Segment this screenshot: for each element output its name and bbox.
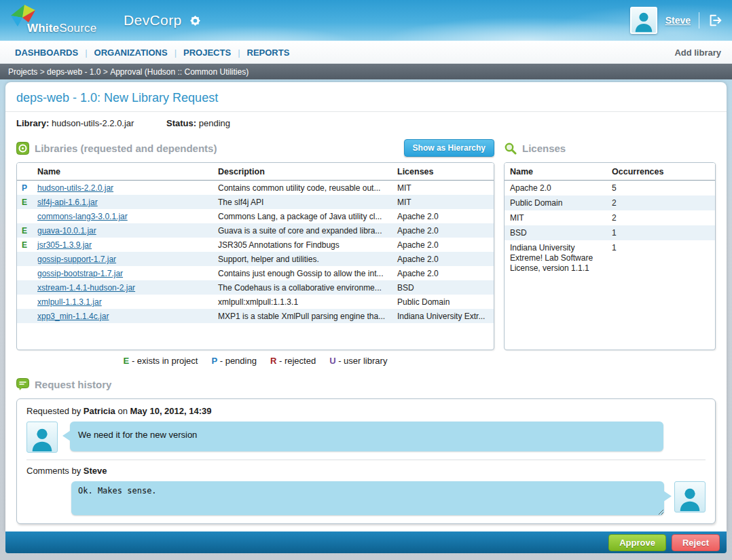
header: WhiteSource DevCorp Steve (0, 0, 732, 41)
legend-text: - rejected (276, 356, 316, 366)
request-message-bubble: We need it for the new version (70, 422, 663, 451)
library-license: MIT (392, 195, 494, 209)
library-description: MXP1 is a stable XmlPull parsing engine … (213, 309, 392, 323)
title-block: deps-web - 1.0: New Library Request (5, 82, 727, 112)
comments-prefix: Comments by (26, 466, 84, 476)
library-name-cell: gossip-bootstrap-1.7.jar (32, 266, 213, 280)
library-name-cell: xmlpull-1.1.3.1.jar (32, 295, 213, 309)
brand-source: Source (59, 22, 96, 35)
requested-prefix: Requested by (26, 406, 84, 416)
license-name: MIT (505, 210, 606, 225)
breadcrumb-part[interactable]: Projects (8, 67, 37, 77)
library-value: hudson-utils-2.2.0.jar (52, 118, 134, 128)
license-occurrences: 1 (606, 240, 715, 276)
licenses-panel: Licenses Name Occurrences Apache 2.05Pub… (504, 138, 716, 367)
library-link[interactable]: jsr305-1.3.9.jar (37, 240, 92, 250)
legend-letter: R (270, 356, 276, 366)
library-link[interactable]: slf4j-api-1.6.1.jar (37, 198, 98, 207)
libraries-table: Name Description Licenses Phudson-utils-… (17, 163, 494, 323)
library-status-flag: P (17, 181, 32, 195)
library-status-flag: E (17, 195, 32, 209)
history-section: Request history Requested by Patricia on… (5, 367, 727, 524)
user-name-link[interactable]: Steve (665, 15, 691, 26)
main-nav: DASHBOARDS|ORGANIZATIONS|PROJECTS|REPORT… (0, 41, 732, 64)
approve-button[interactable]: Approve (608, 534, 666, 551)
library-description: The slf4j API (213, 195, 392, 209)
add-library-button[interactable]: Add library (674, 48, 724, 58)
status-pair: Status: pending (166, 118, 230, 128)
history-icon (16, 378, 29, 391)
legend-text: - exists in project (129, 356, 198, 366)
library-license: Apache 2.0 (392, 223, 494, 238)
logout-icon[interactable] (708, 13, 722, 28)
on-text: on (115, 406, 130, 416)
library-link[interactable]: guava-10.0.1.jar (37, 226, 96, 236)
show-as-hierarchy-button[interactable]: Show as Hierarchy (404, 139, 494, 157)
library-link[interactable]: hudson-utils-2.2.0.jar (37, 183, 113, 193)
requested-by-line: Requested by Patricia on May 10, 2012, 1… (26, 406, 706, 416)
legend-item: R - rejected (270, 356, 316, 366)
footer-bar: Approve Reject (5, 531, 727, 553)
library-description: JSR305 Annotations for Findbugs (213, 238, 392, 252)
licenses-table-body: Apache 2.05Public Domain2MIT2BSD1Indiana… (505, 181, 715, 276)
library-link[interactable]: commons-lang3-3.0.1.jar (37, 212, 128, 221)
requester-avatar (26, 422, 58, 453)
library-status-flag (17, 295, 32, 309)
license-row: MIT2 (505, 210, 715, 225)
nav-item-projects[interactable]: PROJECTS (177, 48, 238, 58)
library-link[interactable]: xstream-1.4.1-hudson-2.jar (37, 283, 135, 293)
breadcrumb-part[interactable]: Approval (Hudson :: Common Utilities) (110, 67, 249, 77)
library-row: commons-lang3-3.0.1.jarCommons Lang, a p… (17, 209, 494, 223)
library-status-flag (17, 209, 32, 223)
bottom-strip (0, 553, 732, 560)
nav-item-reports[interactable]: REPORTS (240, 48, 297, 58)
library-name-cell: commons-lang3-3.0.1.jar (32, 209, 213, 223)
license-occurrences: 5 (606, 181, 715, 196)
main-content: deps-web - 1.0: New Library Request Libr… (5, 82, 727, 531)
comment-textarea[interactable]: Ok. Makes sense. (71, 481, 664, 515)
license-occurrences: 1 (606, 225, 715, 240)
breadcrumb-separator: > (100, 67, 110, 77)
library-row: gossip-support-1.7.jarSupport, helper an… (17, 252, 494, 266)
library-row: Phudson-utils-2.2.0.jarContains common u… (17, 181, 494, 195)
user-avatar[interactable] (630, 7, 657, 34)
library-name-cell: jsr305-1.3.9.jar (32, 238, 213, 252)
commenter-avatar (674, 481, 706, 512)
header-right: Steve (630, 7, 722, 34)
library-pair: Library: hudson-utils-2.2.0.jar (16, 118, 134, 128)
gear-icon[interactable] (189, 14, 202, 27)
library-name-cell: guava-10.0.1.jar (32, 223, 213, 238)
library-link[interactable]: xpp3_min-1.1.4c.jar (37, 312, 109, 321)
licenses-column-header: Licenses (392, 163, 494, 181)
legend-item: U - user library (329, 356, 387, 366)
library-link[interactable]: gossip-support-1.7.jar (37, 255, 116, 264)
page-title: deps-web - 1.0: New Library Request (16, 91, 716, 105)
libraries-table-box: Name Description Licenses Phudson-utils-… (16, 162, 494, 350)
licenses-table: Name Occurrences Apache 2.05Public Domai… (505, 163, 715, 276)
legend-letter: U (329, 356, 335, 366)
library-row: gossip-bootstrap-1.7.jarContains just en… (17, 266, 494, 280)
panels-row: Libraries (requested and dependents) Sho… (5, 132, 727, 367)
legend-text: - pending (217, 356, 257, 366)
library-link[interactable]: xmlpull-1.1.3.1.jar (37, 297, 102, 307)
nav-item-organizations[interactable]: ORGANIZATIONS (88, 48, 175, 58)
library-license: Apache 2.0 (392, 252, 494, 266)
library-row: xstream-1.4.1-hudson-2.jarThe Codehaus i… (17, 280, 494, 295)
library-description: Commons Lang, a package of Java utility … (213, 209, 392, 223)
requester-name: Patricia (84, 406, 115, 416)
breadcrumb-part[interactable]: deps-web - 1.0 (47, 67, 100, 77)
comment-bubble: Ok. Makes sense. (71, 481, 664, 515)
library-row: xmlpull-1.1.3.1.jarxmlpull:xmlpull:1.1.3… (17, 295, 494, 309)
page: WhiteSource DevCorp Steve (0, 0, 732, 560)
libraries-panel-title: Libraries (requested and dependents) (35, 143, 217, 154)
library-description: Contains just enough Gossip to allow the… (213, 266, 392, 280)
license-occurrences: 2 (606, 210, 715, 225)
nav-separator: | (238, 48, 240, 58)
status-value: pending (199, 118, 230, 128)
brand-text: WhiteSource (27, 22, 96, 35)
library-link[interactable]: gossip-bootstrap-1.7.jar (37, 269, 123, 278)
licenses-table-header: Name Occurrences (505, 163, 715, 181)
reject-button[interactable]: Reject (672, 534, 720, 551)
breadcrumb: Projects > deps-web - 1.0 > Approval (Hu… (0, 64, 732, 79)
nav-item-dashboards[interactable]: DASHBOARDS (8, 48, 85, 58)
